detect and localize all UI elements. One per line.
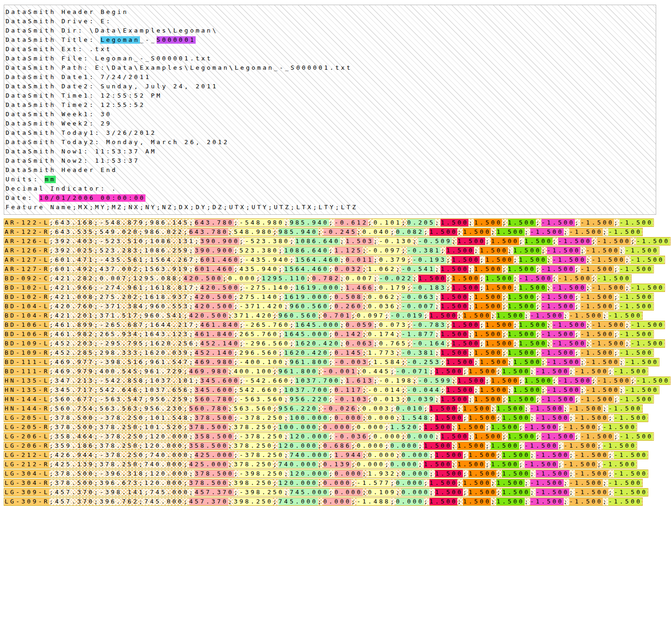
cell-MZ: 1037.656 bbox=[145, 386, 189, 394]
separator: ; bbox=[273, 368, 278, 375]
feature-name-cell: HN-144-R bbox=[5, 405, 49, 412]
separator: ; bbox=[145, 238, 150, 245]
separator: ; bbox=[340, 340, 346, 347]
cell-DX: 1.125 bbox=[335, 247, 362, 254]
cell-DY: 0.101 bbox=[374, 219, 402, 226]
separator: ; bbox=[228, 461, 234, 468]
separator: ; bbox=[491, 312, 496, 319]
header-line: DataSmith Time1: 12:55:52 PM bbox=[6, 91, 656, 100]
cell-MZ: 1037.101 bbox=[150, 377, 195, 384]
separator: ; bbox=[329, 489, 335, 496]
cell-UTX: 1.500 bbox=[429, 405, 457, 412]
cell-NZ: 985.940 bbox=[290, 219, 329, 226]
separator: ; bbox=[139, 265, 145, 273]
header-text: DataSmith Header Begin bbox=[6, 8, 129, 16]
data-row: LG-205-R;378.500;378.250;101.520;378.500… bbox=[4, 423, 637, 431]
cell-LTY: -1.500 bbox=[575, 414, 608, 422]
separator: ; bbox=[374, 284, 379, 291]
separator: ; bbox=[575, 433, 580, 440]
cell-DX: 0.782 bbox=[312, 275, 340, 282]
separator: ; bbox=[49, 275, 55, 282]
separator: ; bbox=[195, 256, 200, 264]
cell-UTZ: 1.500 bbox=[502, 470, 530, 477]
separator: ; bbox=[139, 228, 145, 236]
separator: ; bbox=[536, 396, 541, 403]
separator: ; bbox=[189, 303, 195, 310]
separator: ; bbox=[239, 377, 245, 384]
separator: ; bbox=[94, 228, 99, 236]
separator: ; bbox=[558, 442, 564, 450]
cell-MX: 345.717 bbox=[55, 386, 94, 394]
separator: ; bbox=[597, 461, 603, 468]
separator: ; bbox=[625, 340, 631, 347]
cell-UTY: 1.500 bbox=[468, 414, 496, 422]
cell-UTZ: 1.500 bbox=[508, 265, 536, 273]
cell-LTY: -1.500 bbox=[592, 321, 625, 329]
header-line: DataSmith Week1: 30 bbox=[6, 110, 656, 119]
separator: ; bbox=[145, 340, 150, 347]
separator: ; bbox=[396, 265, 402, 273]
cell-NY: -371.420 bbox=[239, 303, 284, 310]
cell-LTY: -1.500 bbox=[575, 368, 608, 375]
cell-LTZ: -1.500 bbox=[619, 331, 653, 338]
separator: ; bbox=[290, 238, 295, 245]
cell-UTX: 1.500 bbox=[441, 331, 468, 338]
separator: ; bbox=[329, 349, 335, 357]
cell-MZ: 1620.039 bbox=[145, 349, 189, 357]
cell-NZ: 1564.460 bbox=[284, 265, 329, 273]
header-text: DataSmith File: Legoman_-_S000001.txt bbox=[6, 55, 212, 62]
cell-LTX: -1.500 bbox=[525, 423, 558, 431]
separator: ; bbox=[273, 498, 278, 505]
header-line: DataSmith Time2: 12:55:52 bbox=[6, 100, 656, 110]
cell-DZ: 0.000 bbox=[402, 470, 429, 477]
separator: ; bbox=[374, 340, 379, 347]
cell-UTZ: 1.500 bbox=[525, 377, 553, 384]
cell-MX: 392.025 bbox=[55, 247, 94, 254]
separator: ; bbox=[441, 358, 446, 366]
cell-MX: 560.754 bbox=[55, 405, 94, 412]
separator: ; bbox=[569, 470, 575, 477]
separator: ; bbox=[94, 247, 99, 254]
cell-NZ: 120.000 bbox=[278, 479, 317, 487]
separator: ; bbox=[569, 368, 575, 375]
separator: ; bbox=[273, 405, 278, 412]
separator: ; bbox=[145, 284, 150, 291]
separator: ; bbox=[49, 414, 55, 422]
separator: ; bbox=[49, 498, 55, 505]
separator: ; bbox=[564, 228, 569, 236]
cell-MZ: 740.000 bbox=[145, 461, 184, 468]
separator: ; bbox=[564, 498, 569, 505]
cell-DZ: -0.071 bbox=[396, 368, 429, 375]
cell-NX: 469.980 bbox=[195, 358, 234, 366]
cell-NZ: 1086.640 bbox=[295, 238, 340, 245]
cell-UTY: 1.500 bbox=[485, 284, 513, 291]
cell-NY: -398.250 bbox=[239, 489, 284, 496]
cell-LTX: -1.500 bbox=[541, 265, 575, 273]
separator: ; bbox=[239, 321, 245, 329]
feature-name-cell: LG-206-R bbox=[5, 442, 49, 450]
data-row: BD-111-R;469.979;400.545;961.729;469.980… bbox=[4, 367, 648, 376]
separator: ; bbox=[463, 368, 468, 375]
cell-UTY: 1.500 bbox=[474, 293, 502, 301]
separator: ; bbox=[318, 479, 323, 487]
separator: ; bbox=[49, 386, 55, 394]
separator: ; bbox=[329, 433, 335, 440]
cell-LTY: -1.500 bbox=[575, 470, 608, 477]
separator: ; bbox=[284, 219, 290, 226]
separator: ; bbox=[402, 358, 407, 366]
separator: ; bbox=[278, 331, 284, 338]
cell-MZ: 961.729 bbox=[145, 368, 184, 375]
cell-UTZ: 1.500 bbox=[508, 219, 536, 226]
separator: ; bbox=[429, 414, 435, 422]
separator: ; bbox=[575, 303, 580, 310]
cell-UTY: 1.500 bbox=[463, 228, 491, 236]
cell-NX: 390.900 bbox=[200, 238, 239, 245]
separator: ; bbox=[374, 238, 379, 245]
separator: ; bbox=[362, 489, 368, 496]
cell-NY: -296.560 bbox=[245, 340, 290, 347]
feature-name-cell: BD-109-R bbox=[5, 349, 49, 357]
data-row: BD-106-L;461.899;-265.687;1644.217;461.8… bbox=[4, 321, 665, 329]
separator: ; bbox=[195, 377, 200, 384]
cell-LTZ: -1.500 bbox=[619, 303, 653, 310]
separator: ; bbox=[525, 312, 530, 319]
